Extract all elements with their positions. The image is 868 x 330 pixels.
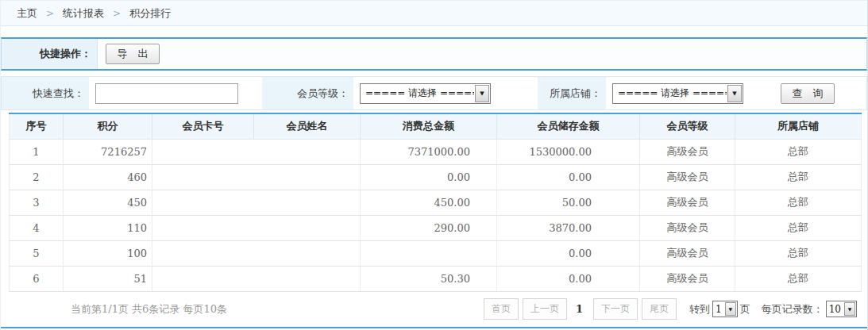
query-button[interactable]: 查 询 <box>781 83 835 104</box>
page: 主页 > 统计报表 > 积分排行 快捷操作： 导 出 快速查找： 会员等级： =… <box>0 0 868 330</box>
cell-total-consume: 290.00 <box>361 215 497 240</box>
breadcrumb-current-page: 积分排行 <box>129 6 171 21</box>
column-header-stored-amount: 会员储存金额 <box>497 113 640 139</box>
export-button[interactable]: 导 出 <box>106 44 160 64</box>
cell-index: 3 <box>10 190 64 215</box>
goto-page-group: 转到 1 ▼ 页 每页记录数： 10 ▼ <box>689 301 859 317</box>
dropdown-arrow-icon[interactable]: ▼ <box>727 85 742 102</box>
cell-member-level: 高级会员 <box>640 215 735 240</box>
goto-label: 转到 <box>689 302 710 317</box>
cell-index: 4 <box>10 215 64 240</box>
table-row: 5 100 0.00 高级会员 总部 <box>10 240 862 266</box>
cell-member-level: 高级会员 <box>640 240 735 266</box>
member-level-label: 会员等级： <box>262 77 353 109</box>
member-level-cell: ===== 请选择 ===== ▼ <box>353 77 538 109</box>
breadcrumb: 主页 > 统计报表 > 积分排行 <box>1 0 867 26</box>
page-size-label: 每页记录数： <box>762 302 824 317</box>
page-size-select[interactable]: 10 ▼ <box>826 301 857 317</box>
cell-index: 6 <box>10 266 64 291</box>
quick-search-cell <box>89 77 262 109</box>
breadcrumb-reports[interactable]: 统计报表 <box>63 6 104 21</box>
pagination-bar: 当前第1/1页 共6条记录 每页10条 首页 上一页 1 下一页 尾页 转到 1… <box>9 299 859 320</box>
prev-page-button[interactable]: 上一页 <box>523 298 567 320</box>
member-level-selected-value: ===== 请选择 ===== <box>361 86 474 100</box>
filter-bar: 快速查找： 会员等级： ===== 请选择 ===== ▼ 所属店铺： ====… <box>1 76 867 110</box>
cell-total-consume: 0.00 <box>361 164 497 190</box>
column-header-store: 所属店铺 <box>735 113 862 139</box>
current-page-number: 1 <box>576 303 583 315</box>
quick-search-label: 快速查找： <box>2 77 89 109</box>
quick-search-input[interactable] <box>95 83 238 104</box>
dropdown-arrow-icon[interactable]: ▼ <box>725 302 736 316</box>
breadcrumb-separator: > <box>46 8 54 19</box>
cell-points: 110 <box>64 215 152 240</box>
cell-index: 5 <box>10 240 64 266</box>
pagination-summary: 当前第1/1页 共6条记录 每页10条 <box>71 302 227 317</box>
quick-actions-label: 快捷操作： <box>2 39 98 69</box>
last-page-button[interactable]: 尾页 <box>642 298 677 320</box>
cell-card-and-name-redacted <box>152 240 361 266</box>
cell-index: 1 <box>10 139 64 164</box>
pagination-controls: 首页 上一页 1 下一页 尾页 转到 1 ▼ 页 每页记录数： 10 ▼ <box>480 298 859 320</box>
cell-points: 51 <box>64 266 152 291</box>
column-header-total-consume: 消费总金额 <box>361 113 497 139</box>
cell-card-and-name-redacted <box>152 266 361 291</box>
cell-stored-amount: 0.00 <box>497 240 640 266</box>
cell-stored-amount: 0.00 <box>497 266 640 291</box>
quick-actions-content: 导 出 <box>98 39 866 69</box>
bottom-accent-line <box>1 327 867 328</box>
dropdown-arrow-icon[interactable]: ▼ <box>475 85 489 102</box>
points-ranking-table: 序号 积分 会员卡号 会员姓名 消费总金额 会员储存金额 会员等级 所属店铺 1… <box>9 113 862 292</box>
table-row: 1 7216257 7371000.00 1530000.00 高级会员 总部 <box>10 139 862 164</box>
goto-page-select[interactable]: 1 ▼ <box>712 301 738 317</box>
quick-actions-bar: 快捷操作： 导 出 <box>1 37 867 71</box>
table-row: 6 51 50.30 0.00 高级会员 总部 <box>10 266 862 291</box>
cell-points: 100 <box>64 240 152 266</box>
cell-member-level: 高级会员 <box>640 266 735 291</box>
member-level-select[interactable]: ===== 请选择 ===== ▼ <box>360 83 491 104</box>
cell-store: 总部 <box>735 266 862 291</box>
column-header-card-number: 会员卡号 <box>152 113 254 139</box>
cell-points: 7216257 <box>64 139 152 164</box>
column-header-index: 序号 <box>10 113 64 139</box>
table-row: 4 110 290.00 3870.00 高级会员 总部 <box>10 215 862 240</box>
store-cell: ===== 请选择 ===== ▼ 查 询 <box>606 77 866 109</box>
table-body: 1 7216257 7371000.00 1530000.00 高级会员 总部 … <box>10 139 862 291</box>
cell-stored-amount: 0.00 <box>497 164 640 190</box>
first-page-button[interactable]: 首页 <box>484 298 519 320</box>
goto-page-value: 1 <box>713 304 724 315</box>
cell-card-and-name-redacted <box>152 164 361 190</box>
cell-store: 总部 <box>735 215 862 240</box>
column-header-points: 积分 <box>64 113 152 139</box>
cell-stored-amount: 3870.00 <box>497 215 640 240</box>
cell-total-consume: 50.30 <box>361 266 497 291</box>
cell-member-level: 高级会员 <box>640 164 735 190</box>
cell-total-consume: 7371000.00 <box>361 139 497 164</box>
breadcrumb-home[interactable]: 主页 <box>17 6 37 21</box>
store-selected-value: ===== 请选择 ===== <box>613 86 727 100</box>
cell-store: 总部 <box>735 139 862 164</box>
cell-points: 460 <box>64 164 152 190</box>
cell-store: 总部 <box>735 190 862 215</box>
cell-total-consume: 450.00 <box>361 190 497 215</box>
table-row: 3 450 450.00 50.00 高级会员 总部 <box>10 190 862 215</box>
cell-store: 总部 <box>735 240 862 266</box>
table-header-row: 序号 积分 会员卡号 会员姓名 消费总金额 会员储存金额 会员等级 所属店铺 <box>10 113 862 139</box>
goto-suffix: 页 <box>740 302 750 317</box>
cell-index: 2 <box>10 164 64 190</box>
cell-total-consume <box>361 240 497 266</box>
cell-card-and-name-redacted <box>152 139 361 164</box>
next-page-button[interactable]: 下一页 <box>593 298 638 320</box>
page-size-value: 10 <box>827 304 843 315</box>
table-row: 2 460 0.00 0.00 高级会员 总部 <box>10 164 862 190</box>
cell-points: 450 <box>64 190 152 215</box>
cell-member-level: 高级会员 <box>640 139 735 164</box>
dropdown-arrow-icon[interactable]: ▼ <box>844 302 855 316</box>
column-header-member-level: 会员等级 <box>640 113 735 139</box>
cell-card-and-name-redacted <box>152 190 361 215</box>
cell-stored-amount: 50.00 <box>497 190 640 215</box>
cell-card-and-name-redacted <box>152 215 361 240</box>
breadcrumb-separator: > <box>113 8 121 19</box>
cell-member-level: 高级会员 <box>640 190 735 215</box>
store-select[interactable]: ===== 请选择 ===== ▼ <box>612 83 743 104</box>
